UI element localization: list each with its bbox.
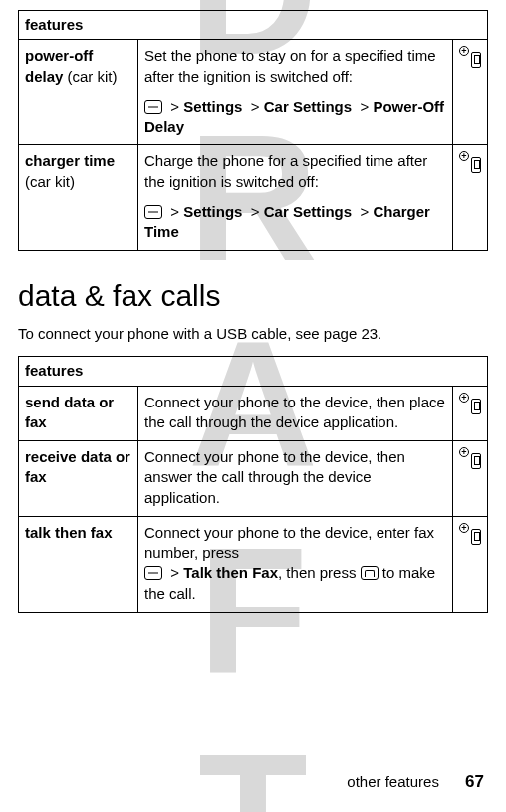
path-step: Car Settings [264, 98, 352, 115]
feature-icon-cell: + [453, 145, 488, 251]
feature-name-rest: (car kit) [25, 173, 75, 190]
feature-desc-cell: Connect your phone to the device, then p… [138, 386, 453, 441]
features-table-2: features send data or fax Connect your p… [18, 356, 488, 613]
path-sep: > [251, 203, 260, 220]
feature-name-cell: send data or fax [19, 386, 138, 441]
menu-key-icon [144, 100, 162, 114]
accessory-required-icon: + [459, 151, 481, 173]
table2-header: features [19, 357, 488, 386]
path-step: Settings [183, 98, 242, 115]
path-step: Talk then Fax [183, 564, 278, 581]
features-table-1: features power-off delay (car kit) Set t… [18, 10, 488, 251]
table-row: charger time (car kit) Charge the phone … [19, 145, 488, 251]
path-step: Car Settings [264, 203, 352, 220]
feature-name-bold: send data or fax [25, 394, 114, 430]
feature-desc: Connect your phone to the device, then p… [144, 394, 445, 430]
menu-path: > Settings > Car Settings > Power-Off De… [144, 97, 446, 137]
page-footer: other features 67 [347, 772, 484, 792]
feature-icon-cell: + [453, 441, 488, 517]
footer-section-label: other features [347, 773, 439, 790]
menu-path: > Settings > Car Settings > Charger Time [144, 202, 446, 243]
section-intro: To connect your phone with a USB cable, … [18, 325, 488, 342]
table-row: receive data or fax Connect your phone t… [19, 441, 488, 517]
path-sep: > [170, 203, 179, 220]
path-sep: > [360, 203, 369, 220]
menu-key-icon [144, 566, 162, 580]
feature-desc: Charge the phone for a specified time af… [144, 152, 427, 189]
feature-desc-pre: Connect your phone to the device, enter … [144, 524, 434, 561]
accessory-required-icon: + [459, 393, 481, 414]
feature-name-rest: (car kit) [63, 68, 117, 85]
path-step: Settings [183, 203, 242, 220]
accessory-required-icon: + [459, 447, 481, 469]
feature-name-cell: charger time (car kit) [19, 145, 138, 251]
feature-name-bold: talk then fax [25, 524, 113, 541]
path-sep: > [251, 98, 260, 115]
feature-name-bold: charger time [25, 152, 115, 169]
table-row: power-off delay (car kit) Set the phone … [19, 40, 488, 145]
accessory-required-icon: + [459, 46, 481, 68]
feature-desc-post1: , then press [278, 564, 361, 581]
section-heading: data & fax calls [18, 279, 488, 313]
feature-desc: Set the phone to stay on for a specified… [144, 47, 436, 84]
feature-name-cell: power-off delay (car kit) [19, 40, 138, 145]
feature-desc-cell: Connect your phone to the device, then a… [138, 441, 453, 517]
table-row: talk then fax Connect your phone to the … [19, 516, 488, 612]
menu-key-icon [144, 205, 162, 219]
feature-desc-cell: Charge the phone for a specified time af… [138, 145, 453, 251]
feature-desc-cell: Set the phone to stay on for a specified… [138, 40, 453, 145]
table-row: send data or fax Connect your phone to t… [19, 386, 488, 441]
feature-desc: Connect your phone to the device, then a… [144, 448, 405, 506]
table1-header: features [19, 11, 488, 40]
feature-icon-cell: + [453, 40, 488, 145]
feature-name-cell: receive data or fax [19, 441, 138, 517]
feature-name-cell: talk then fax [19, 516, 138, 612]
page-number: 67 [465, 772, 484, 791]
feature-icon-cell: + [453, 516, 488, 612]
path-sep: > [170, 98, 179, 115]
accessory-required-icon: + [459, 523, 481, 545]
feature-icon-cell: + [453, 386, 488, 441]
page-content: features power-off delay (car kit) Set t… [18, 10, 488, 613]
send-key-icon [361, 566, 379, 580]
path-sep: > [360, 98, 369, 115]
path-sep: > [170, 564, 179, 581]
feature-desc-cell: Connect your phone to the device, enter … [138, 516, 453, 612]
feature-name-bold: receive data or fax [25, 448, 130, 485]
